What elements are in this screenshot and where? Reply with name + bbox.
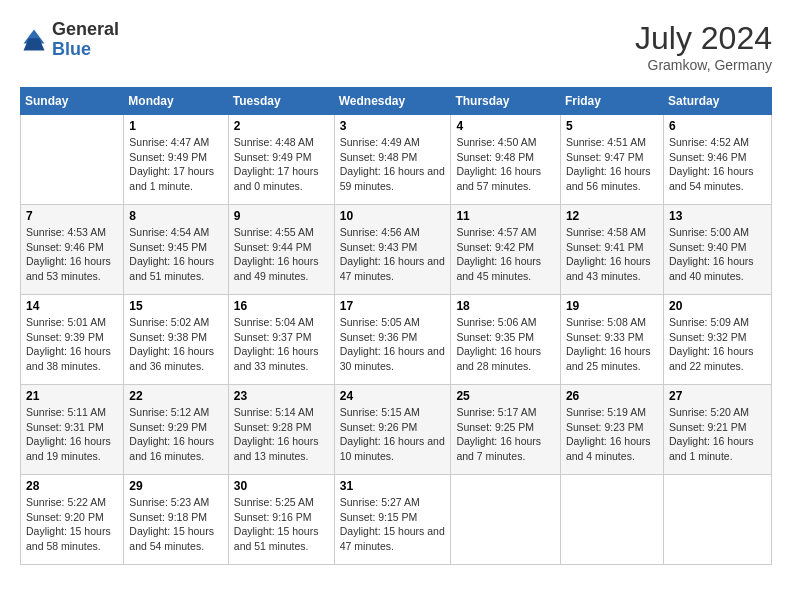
calendar-cell: 16Sunrise: 5:04 AMSunset: 9:37 PMDayligh… bbox=[228, 295, 334, 385]
day-number: 28 bbox=[26, 479, 118, 493]
cell-info: Sunrise: 5:19 AMSunset: 9:23 PMDaylight:… bbox=[566, 405, 658, 464]
day-number: 23 bbox=[234, 389, 329, 403]
cell-info: Sunrise: 5:25 AMSunset: 9:16 PMDaylight:… bbox=[234, 495, 329, 554]
calendar-cell: 3Sunrise: 4:49 AMSunset: 9:48 PMDaylight… bbox=[334, 115, 451, 205]
day-number: 16 bbox=[234, 299, 329, 313]
cell-info: Sunrise: 4:49 AMSunset: 9:48 PMDaylight:… bbox=[340, 135, 446, 194]
cell-info: Sunrise: 4:56 AMSunset: 9:43 PMDaylight:… bbox=[340, 225, 446, 284]
calendar-cell: 15Sunrise: 5:02 AMSunset: 9:38 PMDayligh… bbox=[124, 295, 228, 385]
cell-info: Sunrise: 4:52 AMSunset: 9:46 PMDaylight:… bbox=[669, 135, 766, 194]
cell-info: Sunrise: 4:53 AMSunset: 9:46 PMDaylight:… bbox=[26, 225, 118, 284]
day-number: 24 bbox=[340, 389, 446, 403]
day-number: 18 bbox=[456, 299, 555, 313]
cell-info: Sunrise: 5:23 AMSunset: 9:18 PMDaylight:… bbox=[129, 495, 222, 554]
cell-info: Sunrise: 5:27 AMSunset: 9:15 PMDaylight:… bbox=[340, 495, 446, 554]
day-number: 11 bbox=[456, 209, 555, 223]
cell-info: Sunrise: 4:47 AMSunset: 9:49 PMDaylight:… bbox=[129, 135, 222, 194]
calendar-cell: 2Sunrise: 4:48 AMSunset: 9:49 PMDaylight… bbox=[228, 115, 334, 205]
calendar-cell: 18Sunrise: 5:06 AMSunset: 9:35 PMDayligh… bbox=[451, 295, 561, 385]
calendar-cell: 17Sunrise: 5:05 AMSunset: 9:36 PMDayligh… bbox=[334, 295, 451, 385]
month-year: July 2024 bbox=[635, 20, 772, 57]
calendar-cell: 27Sunrise: 5:20 AMSunset: 9:21 PMDayligh… bbox=[663, 385, 771, 475]
calendar-cell: 7Sunrise: 4:53 AMSunset: 9:46 PMDaylight… bbox=[21, 205, 124, 295]
calendar-cell: 25Sunrise: 5:17 AMSunset: 9:25 PMDayligh… bbox=[451, 385, 561, 475]
calendar-cell: 29Sunrise: 5:23 AMSunset: 9:18 PMDayligh… bbox=[124, 475, 228, 565]
cell-info: Sunrise: 5:06 AMSunset: 9:35 PMDaylight:… bbox=[456, 315, 555, 374]
day-number: 29 bbox=[129, 479, 222, 493]
calendar-cell: 12Sunrise: 4:58 AMSunset: 9:41 PMDayligh… bbox=[560, 205, 663, 295]
calendar-cell: 5Sunrise: 4:51 AMSunset: 9:47 PMDaylight… bbox=[560, 115, 663, 205]
cell-info: Sunrise: 4:50 AMSunset: 9:48 PMDaylight:… bbox=[456, 135, 555, 194]
calendar-cell: 31Sunrise: 5:27 AMSunset: 9:15 PMDayligh… bbox=[334, 475, 451, 565]
location: Gramkow, Germany bbox=[635, 57, 772, 73]
calendar-cell bbox=[451, 475, 561, 565]
calendar-cell: 23Sunrise: 5:14 AMSunset: 9:28 PMDayligh… bbox=[228, 385, 334, 475]
week-row-3: 14Sunrise: 5:01 AMSunset: 9:39 PMDayligh… bbox=[21, 295, 772, 385]
cell-info: Sunrise: 5:12 AMSunset: 9:29 PMDaylight:… bbox=[129, 405, 222, 464]
calendar-cell: 26Sunrise: 5:19 AMSunset: 9:23 PMDayligh… bbox=[560, 385, 663, 475]
cell-info: Sunrise: 4:54 AMSunset: 9:45 PMDaylight:… bbox=[129, 225, 222, 284]
day-number: 9 bbox=[234, 209, 329, 223]
day-number: 17 bbox=[340, 299, 446, 313]
calendar-cell: 4Sunrise: 4:50 AMSunset: 9:48 PMDaylight… bbox=[451, 115, 561, 205]
calendar-table: SundayMondayTuesdayWednesdayThursdayFrid… bbox=[20, 87, 772, 565]
day-number: 15 bbox=[129, 299, 222, 313]
calendar-cell: 9Sunrise: 4:55 AMSunset: 9:44 PMDaylight… bbox=[228, 205, 334, 295]
cell-info: Sunrise: 5:15 AMSunset: 9:26 PMDaylight:… bbox=[340, 405, 446, 464]
day-header-thursday: Thursday bbox=[451, 88, 561, 115]
logo: General Blue bbox=[20, 20, 119, 60]
day-number: 30 bbox=[234, 479, 329, 493]
day-number: 20 bbox=[669, 299, 766, 313]
day-header-tuesday: Tuesday bbox=[228, 88, 334, 115]
cell-info: Sunrise: 4:58 AMSunset: 9:41 PMDaylight:… bbox=[566, 225, 658, 284]
calendar-cell: 10Sunrise: 4:56 AMSunset: 9:43 PMDayligh… bbox=[334, 205, 451, 295]
calendar-cell bbox=[560, 475, 663, 565]
days-header-row: SundayMondayTuesdayWednesdayThursdayFrid… bbox=[21, 88, 772, 115]
calendar-cell: 11Sunrise: 4:57 AMSunset: 9:42 PMDayligh… bbox=[451, 205, 561, 295]
day-number: 21 bbox=[26, 389, 118, 403]
calendar-cell: 30Sunrise: 5:25 AMSunset: 9:16 PMDayligh… bbox=[228, 475, 334, 565]
calendar-cell: 24Sunrise: 5:15 AMSunset: 9:26 PMDayligh… bbox=[334, 385, 451, 475]
cell-info: Sunrise: 5:17 AMSunset: 9:25 PMDaylight:… bbox=[456, 405, 555, 464]
page-header: General Blue July 2024 Gramkow, Germany bbox=[20, 20, 772, 73]
day-number: 22 bbox=[129, 389, 222, 403]
day-number: 7 bbox=[26, 209, 118, 223]
cell-info: Sunrise: 5:22 AMSunset: 9:20 PMDaylight:… bbox=[26, 495, 118, 554]
calendar-cell bbox=[663, 475, 771, 565]
cell-info: Sunrise: 5:08 AMSunset: 9:33 PMDaylight:… bbox=[566, 315, 658, 374]
cell-info: Sunrise: 5:04 AMSunset: 9:37 PMDaylight:… bbox=[234, 315, 329, 374]
day-number: 5 bbox=[566, 119, 658, 133]
cell-info: Sunrise: 5:09 AMSunset: 9:32 PMDaylight:… bbox=[669, 315, 766, 374]
cell-info: Sunrise: 5:14 AMSunset: 9:28 PMDaylight:… bbox=[234, 405, 329, 464]
cell-info: Sunrise: 5:02 AMSunset: 9:38 PMDaylight:… bbox=[129, 315, 222, 374]
calendar-cell: 22Sunrise: 5:12 AMSunset: 9:29 PMDayligh… bbox=[124, 385, 228, 475]
week-row-4: 21Sunrise: 5:11 AMSunset: 9:31 PMDayligh… bbox=[21, 385, 772, 475]
day-number: 14 bbox=[26, 299, 118, 313]
calendar-cell: 14Sunrise: 5:01 AMSunset: 9:39 PMDayligh… bbox=[21, 295, 124, 385]
cell-info: Sunrise: 5:20 AMSunset: 9:21 PMDaylight:… bbox=[669, 405, 766, 464]
day-number: 27 bbox=[669, 389, 766, 403]
day-number: 3 bbox=[340, 119, 446, 133]
day-number: 10 bbox=[340, 209, 446, 223]
day-number: 13 bbox=[669, 209, 766, 223]
day-number: 1 bbox=[129, 119, 222, 133]
cell-info: Sunrise: 4:55 AMSunset: 9:44 PMDaylight:… bbox=[234, 225, 329, 284]
week-row-2: 7Sunrise: 4:53 AMSunset: 9:46 PMDaylight… bbox=[21, 205, 772, 295]
day-number: 12 bbox=[566, 209, 658, 223]
week-row-5: 28Sunrise: 5:22 AMSunset: 9:20 PMDayligh… bbox=[21, 475, 772, 565]
day-header-saturday: Saturday bbox=[663, 88, 771, 115]
day-number: 19 bbox=[566, 299, 658, 313]
cell-info: Sunrise: 5:05 AMSunset: 9:36 PMDaylight:… bbox=[340, 315, 446, 374]
cell-info: Sunrise: 5:01 AMSunset: 9:39 PMDaylight:… bbox=[26, 315, 118, 374]
day-number: 2 bbox=[234, 119, 329, 133]
calendar-cell: 13Sunrise: 5:00 AMSunset: 9:40 PMDayligh… bbox=[663, 205, 771, 295]
day-number: 25 bbox=[456, 389, 555, 403]
day-number: 31 bbox=[340, 479, 446, 493]
cell-info: Sunrise: 4:48 AMSunset: 9:49 PMDaylight:… bbox=[234, 135, 329, 194]
day-number: 6 bbox=[669, 119, 766, 133]
day-number: 4 bbox=[456, 119, 555, 133]
week-row-1: 1Sunrise: 4:47 AMSunset: 9:49 PMDaylight… bbox=[21, 115, 772, 205]
logo-icon bbox=[20, 26, 48, 54]
day-number: 26 bbox=[566, 389, 658, 403]
cell-info: Sunrise: 5:11 AMSunset: 9:31 PMDaylight:… bbox=[26, 405, 118, 464]
